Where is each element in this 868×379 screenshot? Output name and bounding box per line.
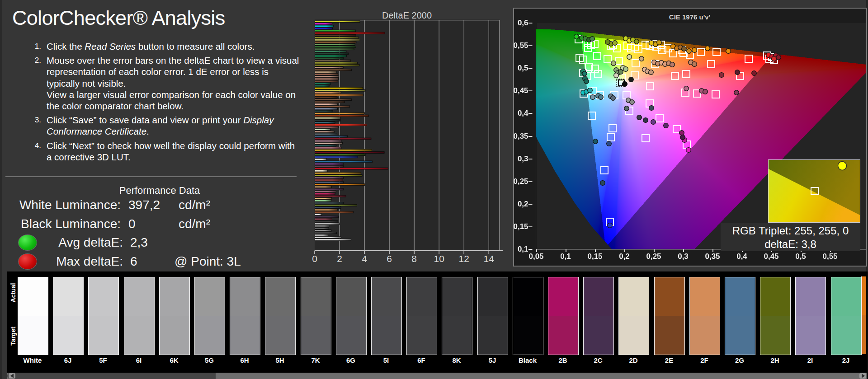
svg-text:6: 6: [387, 253, 392, 264]
svg-text:8: 8: [411, 253, 417, 264]
svg-text:4: 4: [362, 253, 367, 264]
svg-text:12: 12: [459, 253, 469, 264]
svg-text:14: 14: [484, 253, 495, 264]
svg-text:0: 0: [312, 253, 317, 264]
svg-text:DeltaE 2000: DeltaE 2000: [382, 10, 432, 20]
svg-text:2: 2: [337, 253, 342, 264]
svg-text:10: 10: [434, 253, 444, 264]
